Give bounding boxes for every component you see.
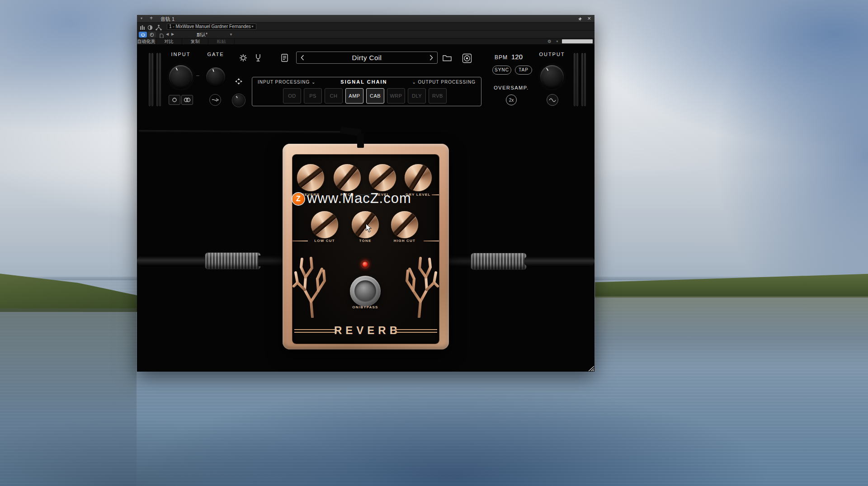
tuner-mic-icon[interactable]: [253, 52, 264, 63]
oversamp-button[interactable]: 2x: [506, 94, 517, 105]
chain-block-wrp[interactable]: WRP: [387, 88, 405, 104]
left-plug-shaft: [258, 255, 284, 266]
left-cable-connector: [205, 252, 261, 269]
toolbar-light-strip: [562, 39, 593, 43]
chevron-down-icon: ⌄: [412, 80, 416, 85]
channel-mode-group: [169, 95, 193, 105]
prev-preset-button[interactable]: [297, 52, 308, 63]
daw-preset-caret-icon[interactable]: ▼: [229, 33, 233, 37]
gate-knob[interactable]: [206, 67, 225, 86]
deco-line: [432, 194, 439, 195]
meter-bar: [576, 53, 578, 106]
paste-button[interactable]: 粘贴: [208, 38, 235, 44]
pan-icon[interactable]: [147, 24, 153, 29]
output-knob[interactable]: [540, 65, 564, 89]
input-processing-dropdown[interactable]: INPUT PROCESSING ⌄: [258, 80, 316, 85]
compare-button[interactable]: 对比: [156, 38, 182, 44]
chain-block-ps[interactable]: PS: [304, 88, 322, 104]
input-label: INPUT: [163, 52, 199, 57]
meter-bar: [584, 53, 586, 106]
dry-level-knob[interactable]: [405, 164, 432, 191]
meter-bar: [149, 53, 151, 106]
copy-button[interactable]: 复制: [182, 38, 208, 44]
next-preset-button[interactable]: [425, 52, 437, 63]
oversamp-label: OVERSAMP.: [484, 85, 538, 90]
bpm-value[interactable]: 120: [511, 53, 523, 61]
watermark-text: www.MacZ.com: [307, 190, 411, 207]
preset-browser: Dirty Coil: [296, 52, 438, 64]
daw-action-row: 自动化关 对比 复制 粘贴 ⚙ ▼: [137, 38, 594, 44]
level-knob[interactable]: [369, 164, 396, 191]
pitch-knob[interactable]: [334, 164, 361, 191]
plugin-canvas: INPUT – GATE: [137, 44, 594, 372]
close-icon[interactable]: ×: [587, 15, 591, 22]
titlebar[interactable]: ▾ + 音轨 1 ×: [137, 15, 594, 22]
input-knob[interactable]: [169, 65, 193, 89]
footswitch[interactable]: [350, 276, 381, 307]
window-menu-caret-icon[interactable]: ▾: [141, 16, 142, 20]
cab-speaker-icon[interactable]: [461, 52, 473, 64]
preset-name[interactable]: Dirty Coil: [308, 54, 425, 61]
output-sine-knob[interactable]: [547, 94, 558, 106]
preset-list-icon[interactable]: [279, 52, 290, 63]
plugin-power-button[interactable]: [139, 32, 147, 38]
editor-toggle-button[interactable]: [148, 32, 156, 38]
footswitch-label: ON/BYPASS: [338, 305, 392, 309]
add-tab-icon[interactable]: +: [150, 15, 153, 21]
trim-knob[interactable]: [233, 94, 245, 106]
insert-meter-icon[interactable]: [140, 24, 146, 29]
top-cable: [139, 130, 343, 133]
automation-toggle[interactable]: 自动化关: [137, 38, 156, 44]
bypass-led: [363, 262, 368, 267]
tone-knob-label: TONE: [347, 239, 383, 243]
prev-preset-daw-icon[interactable]: ◀: [166, 32, 169, 36]
low-cut-knob-label: LOW CUT: [307, 239, 343, 243]
signal-chain-box: INPUT PROCESSING ⌄ SIGNAL CHAIN ⌄ OUTPUT…: [252, 77, 481, 106]
mono-button[interactable]: [169, 95, 180, 105]
gate-sidechain-button[interactable]: [209, 94, 221, 106]
settings-gear-icon[interactable]: [238, 52, 249, 63]
resize-handle[interactable]: [587, 365, 594, 371]
high-cut-knob[interactable]: [391, 211, 418, 238]
meter-bar: [574, 53, 576, 106]
stereo-button[interactable]: [181, 95, 193, 105]
plugin-selector[interactable]: 1 - MixWave Manuel Gardner Fernandes ▼: [167, 24, 256, 30]
reverb-knob[interactable]: [297, 164, 324, 191]
coral-branch-left: [292, 251, 329, 320]
window-title: 音轨 1: [160, 16, 175, 23]
low-cut-knob[interactable]: [311, 211, 338, 238]
title-line-right: [395, 329, 437, 333]
plugin-selector-label: 1 - MixWave Manuel Gardner Fernandes: [169, 24, 251, 29]
chain-block-rvb[interactable]: RVB: [429, 88, 447, 104]
sync-button[interactable]: SYNC: [492, 66, 511, 75]
output-meters: [574, 53, 586, 106]
watermark-logo: Z: [292, 193, 304, 205]
preset-folder-icon[interactable]: [442, 52, 453, 63]
bpm-label: BPM: [490, 54, 508, 61]
settings-caret-icon[interactable]: ▼: [556, 40, 559, 43]
routing-icon[interactable]: [156, 24, 162, 29]
input-meters: [149, 53, 161, 106]
meter-bar: [151, 53, 153, 106]
tap-button[interactable]: TAP: [515, 66, 532, 75]
daw-preset-name[interactable]: 默认*: [197, 32, 208, 38]
output-processing-dropdown[interactable]: ⌄ OUTPUT PROCESSING: [412, 80, 476, 85]
signal-chain-title: SIGNAL CHAIN: [340, 79, 387, 85]
coral-branch-right: [403, 251, 439, 320]
chevron-down-icon: ⌄: [311, 80, 316, 85]
high-cut-knob-label: HIGH CUT: [387, 239, 423, 243]
chain-block-dly[interactable]: DLY: [408, 88, 426, 104]
chain-block-cab[interactable]: CAB: [366, 88, 384, 104]
chain-block-amp[interactable]: AMP: [345, 88, 363, 104]
chain-block-ch[interactable]: CH: [325, 88, 343, 104]
right-cable: [524, 256, 594, 267]
reverb-pedal: REVERB PITCH LEVEL DRY LEVEL LOW CUT TON…: [283, 144, 449, 349]
next-preset-daw-icon[interactable]: ▶: [171, 32, 174, 36]
expand-icon[interactable]: [234, 78, 243, 86]
mouse-cursor: [365, 223, 372, 235]
chain-block-od[interactable]: OD: [283, 88, 301, 104]
settings-gear-small-icon[interactable]: ⚙: [547, 39, 552, 44]
deco-line: [424, 241, 439, 241]
plugin-window: ▾ + 音轨 1 × 1 - MixWave Manuel Gardner Fe…: [137, 15, 594, 372]
pin-icon[interactable]: [577, 16, 582, 21]
